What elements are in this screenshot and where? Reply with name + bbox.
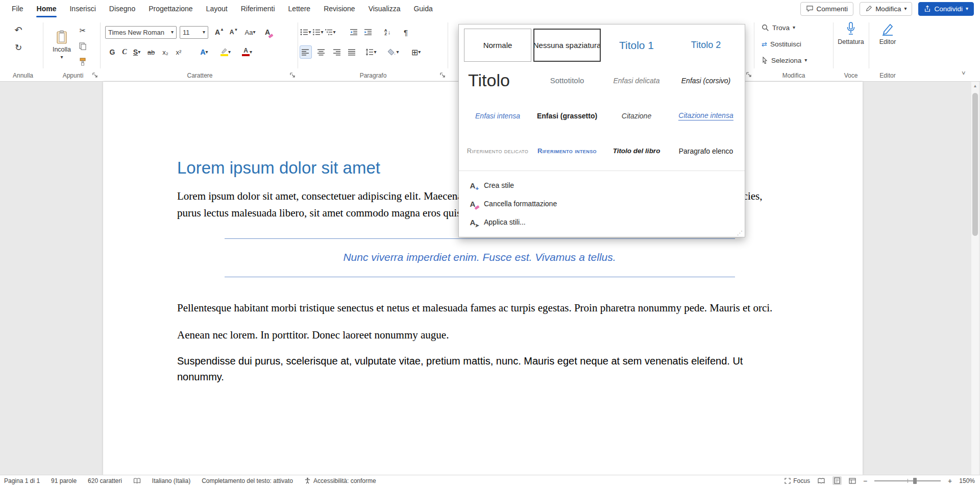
style-item-sottotitolo[interactable]: Sottotitolo [532, 63, 602, 98]
multilevel-list-button[interactable]: ▾ [324, 26, 336, 39]
style-item-enfasi-delicata[interactable]: Enfasi delicata [602, 63, 671, 98]
underline-button[interactable]: S ▾ [131, 45, 143, 59]
focus-mode-button[interactable]: Focus [785, 477, 810, 484]
style-item-citazione[interactable]: Citazione [602, 98, 671, 133]
tab-guida[interactable]: Guida [407, 0, 439, 17]
tab-riferimenti[interactable]: Riferimenti [234, 0, 282, 17]
font-dialog-launcher[interactable] [289, 72, 296, 79]
word-count[interactable]: 91 parole [51, 477, 77, 484]
numbering-button[interactable]: ▾ [312, 26, 324, 39]
bullets-button[interactable]: ▾ [300, 26, 312, 39]
scrollbar-thumb[interactable] [972, 93, 978, 236]
style-item-titolo-2[interactable]: Titolo 2 [671, 28, 741, 63]
font-color-button[interactable]: A ▾ [241, 45, 253, 59]
select-button[interactable]: Seleziona ▾ [758, 54, 810, 66]
subscript-button[interactable]: x₂ [159, 45, 172, 59]
create-style-menu-item[interactable]: A+ Crea stile [459, 176, 745, 195]
vertical-scrollbar[interactable]: ▲ [971, 82, 979, 475]
dictate-button[interactable]: Dettatura [835, 21, 867, 45]
apply-styles-menu-item[interactable]: A➤ Applica stili... [459, 213, 745, 231]
read-mode-button[interactable] [817, 478, 825, 484]
format-painter-button[interactable] [77, 56, 89, 67]
italic-button[interactable]: C [118, 45, 131, 59]
panel-resize-grip[interactable]: ⋰ [737, 230, 743, 236]
tab-revisione[interactable]: Revisione [317, 0, 361, 17]
document-paragraph[interactable]: Aenean nec lorem. In porttitor. Donec la… [177, 327, 782, 344]
intense-quote-block[interactable]: Nunc viverra imperdiet enim. Fusce est. … [225, 238, 735, 277]
style-item-paragrafo-elenco[interactable]: Paragrafo elenco [671, 133, 741, 168]
style-item-titolo-1[interactable]: Titolo 1 [602, 28, 671, 63]
font-size-combo[interactable]: 11 ▾ [180, 26, 208, 39]
clipboard-dialog-launcher[interactable] [92, 72, 99, 79]
tab-home[interactable]: Home [30, 0, 63, 17]
tab-file[interactable]: File [5, 0, 30, 17]
print-layout-button[interactable] [832, 476, 842, 485]
font-family-combo[interactable]: Times New Roman ▾ [105, 26, 177, 39]
zoom-level[interactable]: 150% [959, 477, 975, 484]
char-count[interactable]: 620 caratteri [88, 477, 122, 484]
tab-lettere[interactable]: Lettere [282, 0, 317, 17]
zoom-slider[interactable] [874, 480, 941, 481]
style-item-titolo-del-libro[interactable]: Titolo del libro [602, 133, 671, 168]
superscript-button[interactable]: x² [173, 45, 185, 59]
copy-button[interactable] [77, 40, 89, 52]
styles-dialog-launcher[interactable] [746, 71, 752, 78]
paste-button[interactable]: Incolla ▾ [50, 23, 74, 66]
decrease-indent-button[interactable] [348, 26, 360, 39]
style-item-enfasi-intensa[interactable]: Enfasi intensa [463, 98, 532, 133]
borders-button[interactable]: ⊞ ▾ [410, 45, 422, 59]
tab-progettazione[interactable]: Progettazione [142, 0, 199, 17]
style-item-enfasi-grassetto[interactable]: Enfasi (grassetto) [532, 98, 602, 133]
share-button[interactable]: Condividi ▾ [918, 2, 974, 16]
document-paragraph[interactable]: Suspendisse dui purus, scelerisque at, v… [177, 353, 782, 385]
redo-button[interactable]: ↻ [12, 41, 24, 54]
quote-text[interactable]: Nunc viverra imperdiet enim. Fusce est. … [225, 251, 735, 263]
style-item-citazione-intensa[interactable]: Citazione intensa [671, 98, 741, 133]
highlight-color-button[interactable]: ▾ [219, 45, 232, 59]
increase-indent-button[interactable] [362, 26, 374, 39]
find-button[interactable]: Trova ▾ [758, 21, 798, 34]
shading-button[interactable]: ▾ [387, 45, 400, 59]
pilcrow-button[interactable]: ¶ [400, 26, 412, 39]
tab-disegno[interactable]: Disegno [103, 0, 142, 17]
style-item-enfasi-corsivo[interactable]: Enfasi (corsivo) [671, 63, 741, 98]
editing-mode-button[interactable]: Modifica ▾ [860, 2, 912, 16]
sort-button[interactable]: AZ ↓ [381, 26, 394, 39]
zoom-in-button[interactable]: + [948, 477, 952, 485]
bold-button[interactable]: G [106, 45, 118, 59]
text-prediction-indicator[interactable]: Completamento del testo: attivato [202, 477, 293, 484]
strikethrough-button[interactable]: ab [145, 45, 157, 59]
style-item-titolo[interactable]: Titolo [463, 63, 532, 98]
language-indicator[interactable]: Italiano (Italia) [152, 477, 190, 484]
cut-button[interactable]: ✂ [77, 25, 89, 36]
align-right-button[interactable] [330, 45, 342, 59]
change-case-button[interactable]: Aa ▾ [244, 26, 256, 39]
clear-formatting-menu-item[interactable]: A Cancella formattazione [459, 195, 745, 213]
tab-inserisci[interactable]: Inserisci [63, 0, 102, 17]
line-spacing-button[interactable]: ▾ [365, 45, 377, 59]
undo-button[interactable]: ↶ [12, 23, 24, 37]
collapse-ribbon-button[interactable]: ˅ [962, 69, 966, 77]
paragraph-dialog-launcher[interactable] [439, 72, 446, 79]
align-left-button[interactable] [300, 45, 312, 59]
proofing-book-icon[interactable] [133, 478, 141, 484]
justify-button[interactable] [346, 45, 358, 59]
style-item-riferimento-intenso[interactable]: Riferimento intenso [532, 133, 602, 168]
accessibility-indicator[interactable]: Accessibilità: conforme [304, 477, 376, 484]
tab-layout[interactable]: Layout [200, 0, 234, 17]
text-effects-button[interactable]: A ▾ [198, 45, 210, 59]
editor-button[interactable]: Editor [871, 21, 904, 45]
grow-font-button[interactable]: A▲ [213, 26, 226, 39]
zoom-out-button[interactable]: − [863, 477, 867, 485]
clear-formatting-button[interactable]: A [261, 26, 274, 39]
align-center-button[interactable] [315, 45, 327, 59]
style-item-riferimento-delicato[interactable]: Riferimento delicato [463, 133, 532, 168]
page-indicator[interactable]: Pagina 1 di 1 [4, 477, 40, 484]
replace-button[interactable]: ⇄ Sostituisci [758, 38, 804, 50]
comments-button[interactable]: Commenti [800, 2, 854, 16]
style-item-normale[interactable]: Normale [464, 29, 531, 62]
shrink-font-button[interactable]: A▼ [228, 26, 240, 39]
document-paragraph[interactable]: Pellentesque habitant morbi tristique se… [177, 300, 782, 317]
tab-visualizza[interactable]: Visualizza [362, 0, 407, 17]
zoom-slider-thumb[interactable] [913, 478, 917, 484]
